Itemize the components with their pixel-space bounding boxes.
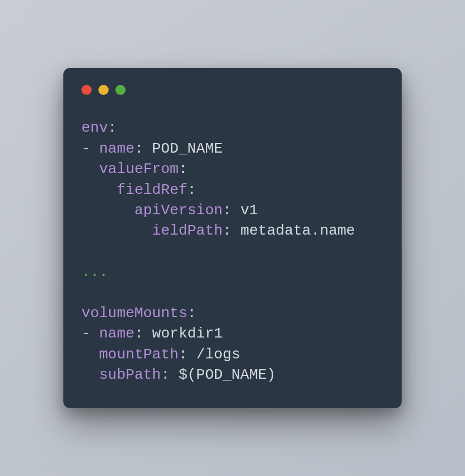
yaml-value: workdir1 bbox=[152, 325, 223, 342]
colon: : bbox=[135, 140, 152, 157]
colon: : bbox=[179, 161, 188, 178]
yaml-key: apiVersion bbox=[135, 202, 223, 219]
yaml-key: name bbox=[99, 140, 134, 157]
minimize-icon[interactable] bbox=[98, 85, 109, 95]
colon: : bbox=[223, 222, 240, 239]
yaml-value: metadata.name bbox=[240, 222, 355, 239]
yaml-value: POD_NAME bbox=[152, 140, 223, 157]
yaml-key: fieldRef bbox=[117, 181, 187, 198]
ellipsis: ... bbox=[81, 263, 108, 280]
window-titlebar bbox=[81, 85, 384, 95]
colon: : bbox=[223, 202, 240, 219]
colon: : bbox=[187, 181, 196, 198]
dash: - bbox=[81, 140, 99, 157]
colon: : bbox=[179, 346, 196, 363]
maximize-icon[interactable] bbox=[115, 85, 126, 95]
yaml-key: name bbox=[99, 325, 134, 342]
yaml-key: ieldPath bbox=[152, 222, 223, 239]
indent bbox=[81, 222, 152, 239]
colon: : bbox=[135, 325, 152, 342]
dash: - bbox=[81, 325, 99, 342]
yaml-key: mountPath bbox=[99, 346, 178, 363]
colon: : bbox=[161, 366, 178, 383]
indent bbox=[81, 346, 99, 363]
colon: : bbox=[187, 305, 196, 322]
yaml-key: env bbox=[81, 119, 108, 136]
code-block: env: - name: POD_NAME valueFrom: fieldRe… bbox=[81, 118, 384, 385]
indent bbox=[81, 161, 99, 178]
yaml-value: /logs bbox=[196, 346, 240, 363]
yaml-key: valueFrom bbox=[99, 161, 178, 178]
indent bbox=[81, 181, 117, 198]
yaml-key: subPath bbox=[99, 366, 161, 383]
indent bbox=[81, 202, 135, 219]
indent bbox=[81, 366, 99, 383]
yaml-key: volumeMounts bbox=[81, 305, 187, 322]
yaml-value: $(POD_NAME) bbox=[179, 366, 276, 383]
colon: : bbox=[108, 119, 117, 136]
yaml-value: v1 bbox=[240, 202, 258, 219]
close-icon[interactable] bbox=[81, 85, 92, 95]
code-window: env: - name: POD_NAME valueFrom: fieldRe… bbox=[63, 68, 402, 408]
